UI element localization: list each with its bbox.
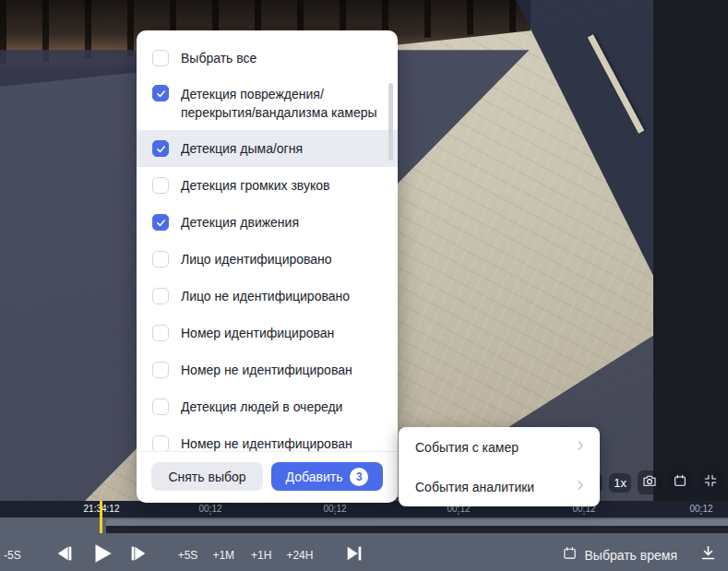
events-context-menu: События с камер События аналитики [399,427,600,506]
filter-item-plate-not-identified[interactable]: Номер не идентифицирован [137,351,398,388]
popup-footer: Снять выбор Добавить 3 [137,451,398,503]
play-icon [90,541,113,569]
timeline-ruler[interactable]: 21:34:12 00:12 00:12 00:12 00:12 00:12 [0,501,728,517]
collapse-icon [703,473,718,492]
skip-to-live-button[interactable] [344,543,364,567]
seek-forward-24h-button[interactable]: +24H [286,549,313,562]
event-filter-list: Выбрать все Детекция повреждения/перекры… [137,30,398,451]
skip-to-end-icon [344,543,364,567]
filter-item-label: Лицо идентифицировано [181,252,332,267]
timeline-tick-dot [334,513,336,515]
timeline-tick-dot [700,513,702,515]
seek-back-5s-button[interactable]: -5S [4,549,21,562]
camera-icon [642,473,657,492]
right-control-group: Выбрать время [562,544,728,565]
filter-item-label: Номер не идентифицирован [181,436,352,451]
surveillance-player-app: HD 1x 21:34:12 00:12 00:12 00:12 00:12 0… [0,0,728,571]
event-filter-popup: Выбрать все Детекция повреждения/перекры… [137,30,398,503]
filter-item-label: Выбрать все [181,51,257,65]
step-back-icon [54,543,75,567]
filter-item-label: Детекция дыма/огня [181,141,303,156]
menu-item-label: События с камер [415,440,519,455]
filter-item-queue-detection[interactable]: Детекция людей в очереди [137,388,398,425]
filter-item-label: Детекция повреждения/перекрытия/вандализ… [181,85,382,122]
checkbox-unchecked[interactable] [152,177,169,194]
filter-item-label: Номер идентифицирован [181,326,334,340]
seek-forward-1m-button[interactable]: +1M [212,549,234,562]
checkbox-unchecked[interactable] [152,325,169,341]
timeline-scrubber[interactable] [0,517,728,539]
checkbox-unchecked[interactable] [152,50,169,66]
playhead-marker[interactable] [100,501,102,533]
calendar-icon [562,545,578,565]
chevron-right-icon [574,439,587,456]
popup-scrollbar-thumb[interactable] [388,83,393,161]
archive-calendar-button[interactable] [668,470,692,494]
right-dark-panel [653,0,728,501]
filter-item-face-not-identified[interactable]: Лицо не идентифицировано [137,278,398,315]
add-button-label: Добавить [286,470,343,484]
filter-item-label: Детекция движения [181,215,299,230]
filter-item-label: Детекция громких звуков [181,178,329,193]
filter-item-face-identified[interactable]: Лицо идентифицировано [137,241,398,278]
download-button[interactable] [699,544,717,565]
exit-fullscreen-button[interactable] [698,470,722,494]
calendar-icon [673,473,687,492]
menu-item-label: События аналитики [415,480,534,494]
filter-item-smoke-fire[interactable]: Детекция дыма/огня [137,130,398,167]
seek-forward-1h-button[interactable]: +1H [251,549,271,562]
transport-control-bar: -5S +5S +1M +1H +24H Выбрать время [0,539,728,571]
filter-item-motion-detection[interactable]: Детекция движения [137,204,398,241]
download-icon [699,544,717,565]
checkbox-unchecked[interactable] [152,362,169,378]
step-forward-icon [128,543,149,567]
timeline-track-buffer[interactable] [106,519,728,526]
filter-item-plate-identified[interactable]: Номер идентифицирован [137,315,398,351]
clear-selection-button[interactable]: Снять выбор [151,462,263,491]
select-time-button[interactable]: Выбрать время [562,545,678,565]
filter-item-label: Номер не идентифицирован [181,363,352,377]
checkbox-unchecked[interactable] [152,251,169,268]
add-button[interactable]: Добавить 3 [271,462,383,491]
snapshot-button[interactable] [638,470,662,494]
chevron-right-icon [574,479,587,495]
menu-item-analytics-events[interactable]: События аналитики [399,467,600,506]
filter-item-plate-not-identified-2[interactable]: Номер не идентифицирован [137,425,398,451]
step-forward-button[interactable] [128,543,149,567]
step-back-button[interactable] [54,543,75,567]
filter-item-camera-tampering[interactable]: Детекция повреждения/перекрытия/вандализ… [137,77,398,130]
checkbox-checked[interactable] [152,214,169,231]
seek-forward-5s-button[interactable]: +5S [178,549,198,562]
timeline-tick-dot [458,513,459,515]
timeline-track-recording[interactable] [106,526,728,533]
play-button[interactable] [90,541,113,569]
timeline-tick-dot [209,513,211,515]
timeline-tick-dot [583,513,585,515]
filter-item-label: Детекция людей в очереди [181,399,342,414]
checkbox-checked[interactable] [152,140,169,157]
checkbox-unchecked[interactable] [152,435,169,451]
selected-count-badge: 3 [350,468,368,486]
filter-item-label: Лицо не идентифицировано [181,289,350,303]
select-time-label: Выбрать время [585,548,678,563]
checkbox-checked[interactable] [152,85,169,101]
menu-item-camera-events[interactable]: События с камер [399,427,600,467]
checkbox-unchecked[interactable] [152,288,169,304]
filter-item-select-all[interactable]: Выбрать все [137,40,398,77]
checkbox-unchecked[interactable] [152,399,169,415]
filter-item-loud-sounds[interactable]: Детекция громких звуков [137,167,398,204]
speed-button[interactable]: 1x [609,473,631,493]
